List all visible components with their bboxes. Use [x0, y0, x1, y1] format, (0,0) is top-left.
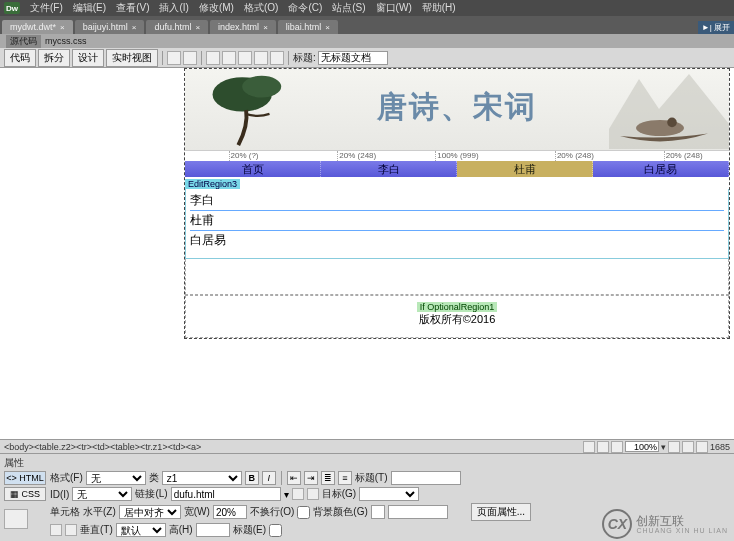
view-code-button[interactable]: 代码	[4, 49, 36, 67]
menu-site[interactable]: 站点(S)	[328, 1, 369, 15]
footer-cell[interactable]: If OptionalRegion1 版权所有©2016	[185, 295, 729, 338]
tab-dufu[interactable]: dufu.html×	[146, 20, 208, 34]
mode-css-button[interactable]: ▦ CSS	[4, 487, 46, 501]
halign-label: 水平(Z)	[83, 505, 116, 519]
svg-point-1	[242, 76, 281, 98]
nowrap-checkbox[interactable]	[297, 506, 310, 519]
outdent-button[interactable]: ⇤	[287, 471, 301, 485]
upload-icon[interactable]	[270, 51, 284, 65]
ul-button[interactable]: ≣	[321, 471, 335, 485]
bgcolor-swatch[interactable]	[371, 505, 385, 519]
document-tabs: mydwt.dwt*× baijuyi.html× dufu.html× ind…	[0, 16, 734, 34]
refresh-icon[interactable]	[183, 51, 197, 65]
italic-button[interactable]: I	[262, 471, 276, 485]
related-css[interactable]: mycss.css	[45, 36, 87, 46]
width-label: 宽(W)	[184, 505, 210, 519]
title-attr-label: 标题(T)	[355, 471, 388, 485]
folder-icon[interactable]	[307, 488, 319, 500]
page-canvas[interactable]: 唐诗、宋词 20% (?) 20% (248) 100% (999) 20% (…	[184, 68, 730, 339]
view-toolbar: 代码 拆分 设计 实时视图 标题:	[0, 48, 734, 68]
width-input[interactable]	[213, 505, 247, 519]
menu-help[interactable]: 帮助(H)	[418, 1, 460, 15]
empty-cell[interactable]	[185, 259, 729, 295]
related-source[interactable]: 源代码	[6, 35, 41, 48]
header-cell-checkbox[interactable]	[269, 524, 282, 537]
view-design-button[interactable]: 设计	[72, 49, 104, 67]
format-select[interactable]: 无	[86, 471, 146, 485]
app-logo: Dw	[4, 2, 20, 14]
tab-mydwt[interactable]: mydwt.dwt*×	[2, 20, 73, 34]
class-select[interactable]: z1	[162, 471, 242, 485]
close-icon[interactable]: ×	[263, 23, 268, 32]
menu-format[interactable]: 格式(O)	[240, 1, 282, 15]
optional-region-tag[interactable]: If OptionalRegion1	[417, 302, 498, 312]
id-label: ID(I)	[50, 489, 69, 500]
close-icon[interactable]: ×	[132, 23, 137, 32]
zoom-input[interactable]	[625, 441, 659, 452]
page-properties-button[interactable]: 页面属性...	[471, 503, 531, 521]
screen-size-icon[interactable]	[696, 441, 708, 453]
tab-baijuyi[interactable]: baijuyi.html×	[75, 20, 145, 34]
split-cell-icon[interactable]	[65, 524, 77, 536]
nav-home[interactable]: 首页	[185, 161, 321, 177]
indent-button[interactable]: ⇥	[304, 471, 318, 485]
tab-libai[interactable]: libai.html×	[278, 20, 338, 34]
doc-title-input[interactable]	[318, 51, 388, 65]
check-icon[interactable]	[254, 51, 268, 65]
visual-aids-icon[interactable]	[222, 51, 236, 65]
close-icon[interactable]: ×	[60, 23, 65, 32]
inspect-icon[interactable]	[167, 51, 181, 65]
screen-size-icon[interactable]	[682, 441, 694, 453]
nav-libai[interactable]: 李白	[321, 161, 457, 177]
text-cursor	[190, 210, 724, 211]
menu-window[interactable]: 窗口(W)	[372, 1, 416, 15]
editable-region-tag[interactable]: EditRegion3	[185, 179, 240, 189]
close-icon[interactable]: ×	[325, 23, 330, 32]
screen-size-icon[interactable]	[668, 441, 680, 453]
menu-commands[interactable]: 命令(C)	[284, 1, 326, 15]
menu-view[interactable]: 查看(V)	[112, 1, 153, 15]
id-select[interactable]: 无	[72, 487, 132, 501]
bold-button[interactable]: B	[245, 471, 259, 485]
hand-tool-icon[interactable]	[597, 441, 609, 453]
format-label: 格式(F)	[50, 471, 83, 485]
ol-button[interactable]: ≡	[338, 471, 352, 485]
link-input[interactable]	[171, 487, 281, 501]
view-split-button[interactable]: 拆分	[38, 49, 70, 67]
cell-label: 单元格	[50, 505, 80, 519]
doc-title-label: 标题:	[293, 51, 316, 65]
halign-select[interactable]: 居中对齐	[119, 505, 181, 519]
zoom-tool-icon[interactable]	[611, 441, 623, 453]
mode-html-button[interactable]: <> HTML	[4, 471, 46, 485]
panel-collapse-button[interactable]: ►| 展开	[698, 21, 734, 34]
close-icon[interactable]: ×	[195, 23, 200, 32]
content-line[interactable]: 杜甫	[190, 212, 724, 229]
valign-select[interactable]: 默认	[116, 523, 166, 537]
chevron-down-icon[interactable]: ▾	[284, 489, 289, 500]
content-line[interactable]: 李白	[190, 192, 724, 209]
point-to-file-icon[interactable]	[292, 488, 304, 500]
menu-insert[interactable]: 插入(I)	[155, 1, 192, 15]
select-tool-icon[interactable]	[583, 441, 595, 453]
title-attr-input[interactable]	[391, 471, 461, 485]
height-input[interactable]	[196, 523, 230, 537]
options-icon[interactable]	[238, 51, 252, 65]
tag-path[interactable]: <body><table.z2><tr><td><table><tr.z1><t…	[4, 442, 583, 452]
menu-file[interactable]: 文件(F)	[26, 1, 67, 15]
content-line[interactable]: 白居易	[190, 232, 724, 249]
bgcolor-input[interactable]	[388, 505, 448, 519]
ruler-mark: 20% (248)	[555, 151, 594, 161]
menu-edit[interactable]: 编辑(E)	[69, 1, 110, 15]
ruler-mark: 20% (248)	[664, 151, 703, 161]
tab-index[interactable]: index.html×	[210, 20, 276, 34]
menu-modify[interactable]: 修改(M)	[195, 1, 238, 15]
chevron-down-icon[interactable]: ▾	[661, 442, 666, 452]
editable-region[interactable]: 李白 杜甫 白居易	[185, 189, 729, 259]
nav-baijuyi[interactable]: 白居易	[593, 161, 729, 177]
merge-cells-icon[interactable]	[50, 524, 62, 536]
target-select[interactable]	[359, 487, 419, 501]
nav-dufu[interactable]: 杜甫	[457, 161, 593, 177]
banner-title: 唐诗、宋词	[377, 87, 537, 128]
view-live-button[interactable]: 实时视图	[106, 49, 158, 67]
browser-icon[interactable]	[206, 51, 220, 65]
